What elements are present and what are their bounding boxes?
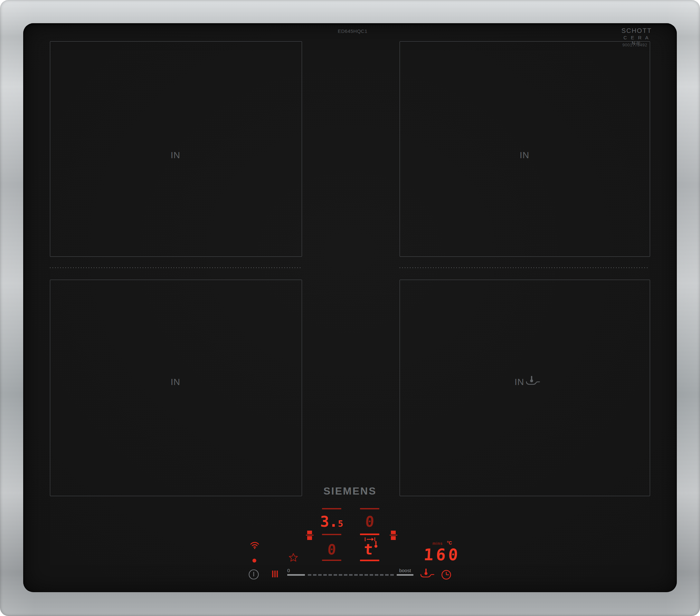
model-number: ED645HQC1 [338,28,367,34]
cooking-zone-top-right [400,41,650,257]
fry-sensor-red-icon [425,569,427,572]
status-dot [252,559,256,563]
right-display-top-bar [360,508,379,509]
cooking-zone-bottom-left [50,280,302,496]
timer-minutes-unit: mins [433,541,443,546]
zone-select-left-icon [307,531,312,534]
right-display-front-value: t [363,542,373,557]
induction-marking-top-left: IN [171,150,180,160]
cooking-zone-bottom-right [400,280,650,496]
favorite-button[interactable] [288,553,298,562]
timer-button[interactable] [441,569,452,580]
left-display-mid-bar [322,534,341,535]
power-level-int: 3. [320,513,338,530]
left-display-rear-value: 0 [327,543,337,557]
zone-select-right-icon [391,531,396,534]
left-display-top-bar [322,508,341,509]
induction-marking-bottom-right: IN [514,377,524,387]
slider-zero-label: 0 [287,568,290,573]
slider-boost-segment[interactable] [397,574,413,576]
timer-temperature-unit: °C [447,540,452,545]
combizone-separator-right [400,268,649,268]
fry-sensor-icon [525,375,540,386]
slider-boost-label: boost [399,568,411,573]
pause-icon [272,570,273,577]
wifi-icon [250,541,260,549]
schott-ceran-line1: SCHOTT [619,27,654,35]
zone-select-right[interactable] [390,531,397,540]
pause-button[interactable] [272,570,278,577]
power-level-frac: 5 [338,519,343,529]
siemens-logo: SIEMENS [323,485,376,497]
right-display-bottom-bar [360,559,379,561]
cooking-zone-top-left [50,41,302,257]
fry-sensor-button[interactable] [420,568,435,579]
induction-hob: ED645HQC1 SCHOTT C E R A N® 9001778492 S… [0,0,700,616]
slider-start-segment[interactable] [287,574,305,576]
thermometer-icon [374,541,378,548]
zone-select-left[interactable] [306,531,314,540]
star-icon [289,554,298,561]
combizone-separator-left [50,268,301,268]
left-display-bottom-bar [322,559,341,561]
induction-marking-bottom-left: IN [171,377,180,387]
slider-dashed-track[interactable] [308,574,394,576]
timer-temp-value: 160 [423,547,461,563]
induction-marking-top-right: IN [520,150,529,160]
right-display-rear-value: 0 [365,514,374,529]
left-display-power-level: 3.5 [320,514,343,529]
power-button[interactable] [248,569,259,580]
right-display-mid-bar [360,533,379,535]
